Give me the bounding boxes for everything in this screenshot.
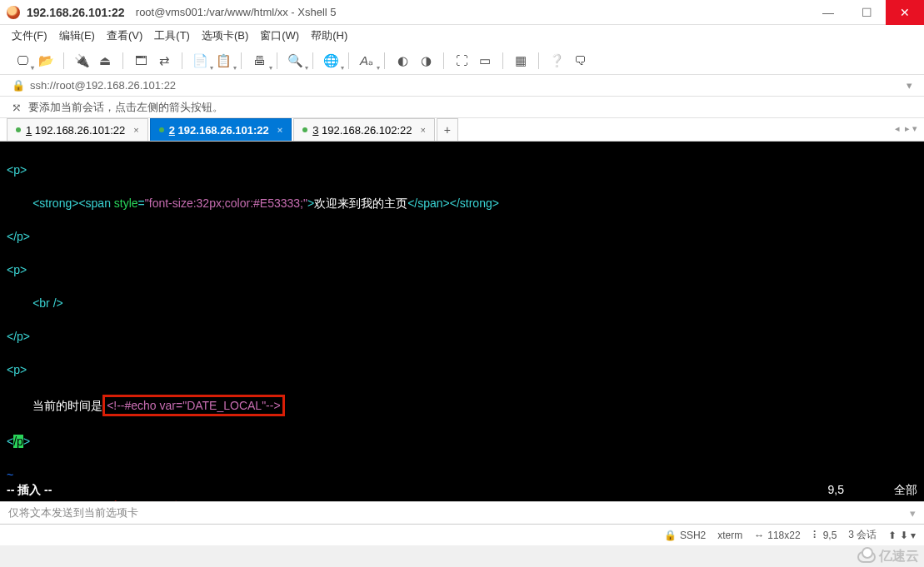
compose-input[interactable]: 仅将文本发送到当前选项卡 ▾: [0, 501, 924, 525]
tab-1[interactable]: 1 192.168.26.101:22 ×: [7, 118, 148, 141]
disconnect-button[interactable]: ⏏: [94, 50, 116, 72]
tab-close-icon[interactable]: ×: [277, 125, 282, 135]
title-path: root@vms001:/var/www/html/xx - Xshell 5: [130, 6, 337, 18]
menu-edit[interactable]: 编辑(E): [59, 28, 95, 43]
menu-bar: 文件(F) 编辑(E) 查看(V) 工具(T) 选项卡(B) 窗口(W) 帮助(…: [0, 25, 924, 47]
maximize-button[interactable]: [847, 0, 886, 25]
find-button[interactable]: 🔍: [284, 50, 306, 72]
watermark: 亿速云: [857, 548, 919, 565]
cloud-icon: [857, 551, 876, 563]
reconnect-button[interactable]: 🔌: [71, 50, 92, 72]
compose-placeholder: 仅将文本发送到当前选项卡: [8, 505, 138, 520]
tab-close-icon[interactable]: ×: [133, 125, 138, 135]
tab-status-icon: [302, 127, 307, 132]
tab-close-icon[interactable]: ×: [420, 125, 425, 135]
compose-dropdown-icon[interactable]: ▾: [910, 507, 916, 520]
menu-help[interactable]: 帮助(H): [311, 28, 347, 43]
paste-button[interactable]: 📋: [212, 50, 234, 72]
menu-tools[interactable]: 工具(T): [154, 28, 190, 43]
title-ip: 192.168.26.101:22: [27, 6, 125, 19]
app-icon: [7, 6, 20, 19]
size-icon: ↔: [754, 530, 764, 541]
vim-mode: -- 插入 --: [7, 481, 52, 498]
vim-position: 9,5: [828, 481, 844, 498]
address-text: ssh://root@192.168.26.101:22: [30, 79, 176, 92]
properties-button[interactable]: 🗔: [130, 50, 152, 72]
tab-status-icon: [159, 127, 164, 132]
color1-button[interactable]: ◐: [392, 50, 413, 72]
status-term: xterm: [717, 530, 742, 541]
lock-icon: 🔒: [664, 530, 677, 541]
transfer-button[interactable]: ⇄: [153, 50, 175, 72]
tab-2[interactable]: 2 192.168.26.101:22 ×: [150, 118, 292, 141]
tab-nav-icon[interactable]: ◂ ▸ ▾: [895, 123, 917, 134]
hint-arrow-icon[interactable]: ⤱: [12, 101, 22, 114]
font-button[interactable]: Aₐ: [356, 50, 377, 72]
cursor-icon: ⠇: [812, 530, 820, 541]
tab-strip: 1 192.168.26.101:22 × 2 192.168.26.101:2…: [0, 118, 924, 142]
menu-window[interactable]: 窗口(W): [260, 28, 299, 43]
keypad-button[interactable]: ▦: [510, 50, 532, 72]
print-button[interactable]: 🖶: [248, 50, 270, 72]
toolbar: 🖵 📂 🔌 ⏏ 🗔 ⇄ 📄 📋 🖶 🔍 🌐 Aₐ ◐ ◑ ⛶ ▭ ▦ ❔ 🗨: [0, 47, 924, 75]
menu-view[interactable]: 查看(V): [107, 28, 142, 43]
status-bar: 🔒SSH2 xterm ↔118x22 ⠇9,5 3 会话 ⬆ ⬇ ▾: [0, 525, 924, 545]
status-cursor: ⠇9,5: [812, 530, 837, 541]
compose-button[interactable]: 🗨: [569, 50, 591, 72]
lang-button[interactable]: 🌐: [320, 50, 342, 72]
copy-button[interactable]: 📄: [189, 50, 211, 72]
annotation-label: 写入SSI的一段代码: [97, 500, 211, 501]
help-button[interactable]: ❔: [546, 50, 567, 72]
close-button[interactable]: [886, 0, 924, 25]
status-nav[interactable]: ⬆ ⬇ ▾: [888, 530, 916, 541]
fullscreen-button[interactable]: ⛶: [451, 50, 472, 72]
hint-bar: ⤱ 要添加当前会话，点击左侧的箭头按钮。: [0, 97, 924, 118]
status-sessions: 3 会话: [848, 528, 877, 542]
vim-percent: 全部: [894, 481, 917, 498]
vim-status-line: -- 插入 -- 9,5 全部: [7, 481, 917, 498]
cursor: /p: [13, 435, 23, 448]
ssi-highlight-box: <!--#echo var="DATE_LOCAL"-->: [102, 395, 284, 416]
open-button[interactable]: 📂: [35, 50, 57, 72]
title-bar: 192.168.26.101:22 root@vms001:/var/www/h…: [0, 0, 924, 25]
minimize-button[interactable]: [809, 0, 847, 25]
menu-tab[interactable]: 选项卡(B): [202, 28, 248, 43]
status-size: ↔118x22: [754, 530, 800, 541]
tab-3[interactable]: 3 192.168.26.102:22 ×: [293, 118, 435, 141]
lock-icon: 🔒: [12, 79, 25, 92]
menu-file[interactable]: 文件(F): [12, 28, 47, 43]
address-dropdown-icon[interactable]: ▾: [907, 79, 912, 92]
window-controls: [809, 0, 924, 25]
new-session-button[interactable]: 🖵: [12, 50, 33, 72]
hint-text: 要添加当前会话，点击左侧的箭头按钮。: [28, 100, 223, 115]
color2-button[interactable]: ◑: [415, 50, 437, 72]
address-bar[interactable]: 🔒 ssh://root@192.168.26.101:22 ▾: [0, 75, 924, 97]
status-ssh: 🔒SSH2: [664, 530, 706, 541]
tab-add-button[interactable]: +: [437, 118, 458, 141]
simple-button[interactable]: ▭: [474, 50, 496, 72]
tab-status-icon: [16, 127, 21, 132]
terminal[interactable]: <p> <strong><span style="font-size:32px;…: [0, 142, 924, 501]
